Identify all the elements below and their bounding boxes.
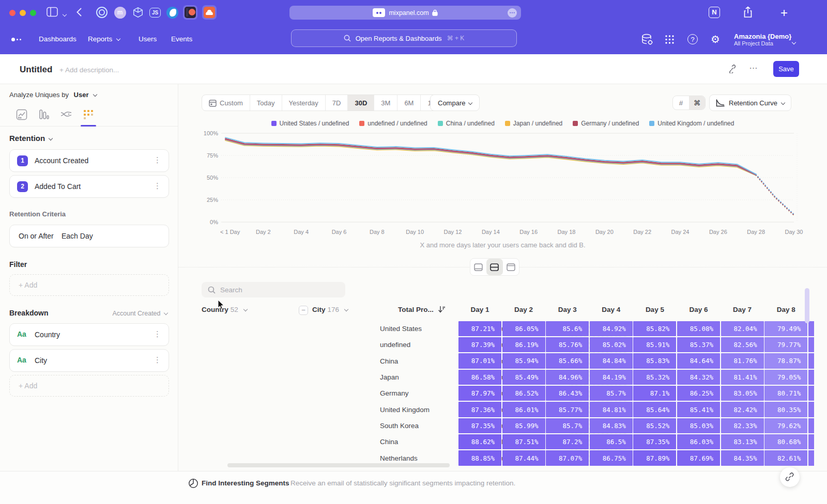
cell-retention-value[interactable]: 79.62% xyxy=(764,418,807,434)
apps-grid-icon[interactable] xyxy=(665,35,675,44)
cell-retention-value[interactable]: 87.89% xyxy=(633,450,676,466)
cell-retention-value[interactable]: 86.43% xyxy=(546,386,589,401)
cell-country[interactable]: undefined xyxy=(380,341,410,349)
pinned-tab-m-icon[interactable]: m xyxy=(113,5,127,20)
cell-retention-value[interactable]: 85.32% xyxy=(633,370,676,385)
cell-retention-value[interactable]: 85.94% xyxy=(502,353,545,369)
report-title[interactable]: Untitled xyxy=(20,65,52,75)
kebab-menu-icon[interactable]: ⋮ xyxy=(154,181,161,191)
cell-retention-value[interactable]: 87.36% xyxy=(458,402,501,417)
cell-retention-value[interactable]: 87.39% xyxy=(458,337,501,353)
cell-retention-value[interactable]: 85.6% xyxy=(546,321,589,337)
cell-retention-value[interactable]: 85.91% xyxy=(633,337,676,353)
cell-retention-value[interactable]: 85.37% xyxy=(677,337,720,353)
project-switcher[interactable]: Amazonia {Demo} All Project Data xyxy=(734,33,791,46)
nav-dashboards[interactable]: Dashboards xyxy=(39,35,76,43)
layout-chart-focus-icon[interactable] xyxy=(470,259,486,275)
cell-retention-value[interactable]: 85.49% xyxy=(502,370,545,385)
pinned-tab-js-icon[interactable]: JS xyxy=(148,5,162,20)
cell-retention-value[interactable]: 84.83% xyxy=(590,418,633,434)
retention-step-2[interactable]: 2 Added To Cart ⋮ xyxy=(9,175,169,198)
data-management-icon[interactable] xyxy=(641,33,653,46)
cell-retention-value[interactable]: 83.13% xyxy=(721,434,764,450)
cell-retention-value[interactable]: 85.7% xyxy=(546,418,589,434)
pinned-tab-cube-icon[interactable] xyxy=(131,5,145,20)
kebab-menu-icon[interactable]: ⋮ xyxy=(154,329,161,339)
column-header-city[interactable]: City176 xyxy=(312,306,348,313)
cell-retention-value[interactable]: 80.71% xyxy=(764,386,807,401)
pinned-tab-1password-icon[interactable] xyxy=(95,5,109,20)
cell-retention-value[interactable]: 84.32% xyxy=(677,370,720,385)
nav-reports[interactable]: Reports xyxy=(88,35,120,43)
analyze-value[interactable]: User xyxy=(74,91,89,99)
global-search[interactable]: Open Reports & Dashboards ⌘ + K xyxy=(291,29,517,47)
back-icon[interactable] xyxy=(76,8,82,17)
zoom-window-button[interactable] xyxy=(30,10,36,16)
cell-retention-value[interactable]: 88.85% xyxy=(458,450,501,466)
step-event-name[interactable]: Account Created xyxy=(35,156,88,165)
legend-item[interactable]: Germany / undefined xyxy=(573,120,639,127)
cell-retention-value[interactable]: 85.76% xyxy=(546,337,589,353)
cell-retention-value[interactable]: 84.81% xyxy=(590,402,633,417)
help-icon[interactable]: ? xyxy=(687,34,698,44)
kebab-menu-icon[interactable]: ⋮ xyxy=(154,355,161,365)
cell-retention-value[interactable]: 87.35% xyxy=(458,418,501,434)
range-today[interactable]: Today xyxy=(250,95,282,111)
cell-retention-value[interactable]: 87.97% xyxy=(458,386,501,401)
minimize-window-button[interactable] xyxy=(20,10,26,16)
cell-retention-value[interactable]: 87.07% xyxy=(546,450,589,466)
vertical-scrollbar[interactable] xyxy=(805,288,809,323)
cell-retention-value[interactable]: 84.64% xyxy=(677,353,720,369)
cell-retention-value[interactable]: 86.01% xyxy=(502,402,545,417)
column-header-day[interactable]: Day 5 xyxy=(633,306,676,314)
horizontal-scrollbar[interactable] xyxy=(227,463,450,467)
url-bar[interactable]: mixpanel.com ⋯ xyxy=(289,6,521,20)
cell-retention-value[interactable]: 87.51% xyxy=(502,434,545,450)
breakdown-property[interactable]: City xyxy=(35,356,47,365)
cell-retention-value[interactable]: 85.77% xyxy=(546,402,589,417)
cell-retention-value[interactable]: 81.41% xyxy=(721,370,764,385)
tab-funnels[interactable] xyxy=(37,108,51,121)
table-search-input[interactable]: Search xyxy=(202,282,345,297)
column-header-day[interactable]: Day 4 xyxy=(590,306,633,314)
tab-flows[interactable] xyxy=(59,108,73,121)
cell-retention-value[interactable]: 79.77% xyxy=(764,337,807,353)
cell-retention-value[interactable]: 87.69% xyxy=(677,450,720,466)
kebab-menu-icon[interactable]: ⋮ xyxy=(154,155,161,165)
cell-retention-value[interactable]: 86.05% xyxy=(502,321,545,337)
cell-retention-value[interactable]: 87.35% xyxy=(633,434,676,450)
column-header-day[interactable]: Day 2 xyxy=(502,306,545,314)
cell-retention-value[interactable]: 81.76% xyxy=(721,353,764,369)
legend-item[interactable]: United States / undefined xyxy=(271,120,349,127)
legend-item[interactable]: China / undefined xyxy=(438,120,495,127)
range-30d[interactable]: 30D xyxy=(348,95,374,111)
share-link-fab[interactable] xyxy=(780,467,800,487)
cell-retention-value[interactable]: 85.99% xyxy=(502,418,545,434)
filter-add-button[interactable]: + Add xyxy=(9,274,169,296)
cell-country[interactable]: China xyxy=(380,357,398,365)
cell-retention-value[interactable]: 80.35% xyxy=(764,402,807,417)
pinned-tab-bird-icon[interactable] xyxy=(165,5,179,20)
column-header-day[interactable]: Day 1 xyxy=(458,306,501,314)
cell-retention-value[interactable]: 85.82% xyxy=(633,321,676,337)
range-yesterday[interactable]: Yesterday xyxy=(282,95,326,111)
cell-retention-value[interactable]: 87.01% xyxy=(458,353,501,369)
column-header-day[interactable]: Day 6 xyxy=(677,306,720,314)
more-actions[interactable]: … xyxy=(749,61,758,71)
mixpanel-logo[interactable] xyxy=(11,38,21,41)
cell-retention-value[interactable]: 82.56% xyxy=(721,337,764,353)
criteria-interval[interactable]: Each Day xyxy=(62,232,93,240)
step-event-name[interactable]: Added To Cart xyxy=(35,182,81,191)
cell-retention-value[interactable]: 88.62% xyxy=(458,434,501,450)
nav-users[interactable]: Users xyxy=(139,35,157,43)
cell-retention-value[interactable]: 84.84% xyxy=(590,353,633,369)
cell-retention-value[interactable]: 82.33% xyxy=(721,418,764,434)
cell-retention-value[interactable]: 79.05% xyxy=(764,370,807,385)
cell-retention-value[interactable]: 85.83% xyxy=(633,353,676,369)
close-window-button[interactable] xyxy=(9,10,16,16)
cell-retention-value[interactable]: 85.41% xyxy=(677,402,720,417)
cell-retention-value[interactable]: 85.02% xyxy=(590,337,633,353)
cell-retention-value[interactable]: 82.61% xyxy=(764,450,807,466)
cell-country[interactable]: China xyxy=(380,438,398,446)
cell-country[interactable]: United Kingdom xyxy=(380,406,430,414)
